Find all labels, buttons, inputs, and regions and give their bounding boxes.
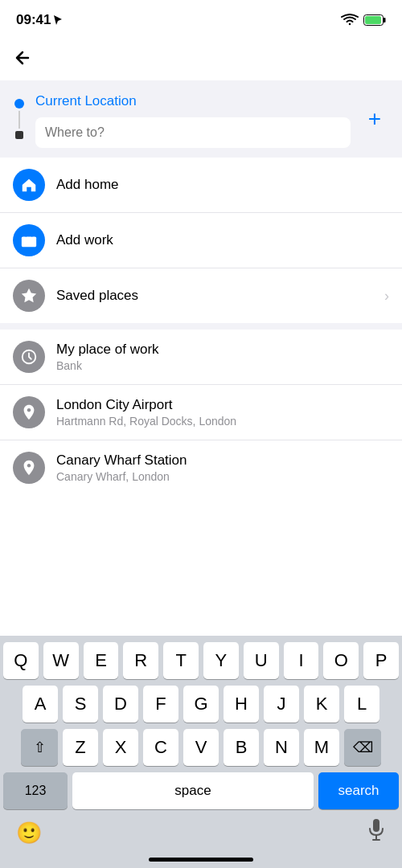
key-w[interactable]: W (43, 642, 79, 679)
nav-bar (0, 35, 402, 80)
wifi-icon (341, 14, 359, 27)
back-arrow-icon (13, 48, 32, 68)
key-q[interactable]: Q (3, 642, 39, 679)
back-button[interactable] (13, 42, 45, 74)
key-c[interactable]: C (143, 729, 178, 766)
key-v[interactable]: V (183, 729, 219, 766)
emoji-button[interactable]: 🙂 (16, 821, 42, 845)
recent-place-1-title: London City Airport (56, 397, 389, 413)
battery-icon (363, 14, 386, 26)
recent-place-2-text: Canary Wharf Station Canary Wharf, Londo… (56, 452, 389, 483)
recent-place-0-subtitle: Bank (56, 359, 389, 372)
key-h[interactable]: H (224, 686, 259, 723)
location-inputs: Current Location (35, 90, 351, 148)
key-z[interactable]: Z (63, 729, 98, 766)
keyboard-bottom-row: 123 space search (3, 772, 399, 809)
search-key[interactable]: search (318, 772, 399, 809)
key-k[interactable]: K (304, 686, 339, 723)
add-work-title: Add work (56, 232, 389, 248)
svg-rect-4 (373, 819, 379, 832)
location-input-area: Current Location + (0, 80, 402, 158)
saved-places-chevron: › (384, 288, 389, 305)
briefcase-icon (20, 231, 38, 249)
keyboard-row-2: A S D F G H J K L (3, 686, 399, 723)
status-bar: 09:41 (0, 0, 402, 35)
route-line (18, 111, 20, 129)
clock-icon (20, 348, 38, 366)
key-s[interactable]: S (63, 686, 98, 723)
svg-rect-2 (365, 16, 381, 24)
recent-place-1-text: London City Airport Hartmann Rd, Royal D… (56, 397, 389, 428)
recent-place-0-text: My place of work Bank (56, 342, 389, 372)
add-work-text: Add work (56, 232, 389, 248)
recent-place-2-subtitle: Canary Wharf, London (56, 470, 389, 483)
recent-place-2-title: Canary Wharf Station (56, 452, 389, 469)
shift-key[interactable]: ⇧ (21, 729, 58, 766)
add-stop-button[interactable]: + (360, 104, 389, 133)
saved-places-title: Saved places (56, 288, 373, 304)
recent-places-list: My place of work Bank London City Airpor… (0, 330, 402, 495)
keyboard-row-3: ⇧ Z X C V B N M ⌫ (3, 729, 399, 766)
star-icon (20, 287, 38, 305)
saved-places-item[interactable]: Saved places › (0, 268, 402, 323)
recent-place-0[interactable]: My place of work Bank (0, 330, 402, 385)
where-to-input[interactable] (35, 117, 351, 148)
keyboard-toolbar: 🙂 (3, 813, 399, 853)
key-a[interactable]: A (23, 686, 58, 723)
key-t[interactable]: T (163, 642, 199, 679)
keyboard: Q W E R T Y U I O P A S D F G H J K L ⇧ … (0, 636, 402, 868)
section-separator (0, 323, 402, 330)
add-home-text: Add home (56, 177, 389, 193)
key-d[interactable]: D (103, 686, 138, 723)
work-icon-circle (13, 224, 45, 256)
current-location-text: Current Location (35, 90, 351, 113)
home-indicator (149, 858, 253, 862)
key-i[interactable]: I (284, 642, 319, 679)
space-key[interactable]: space (72, 772, 314, 809)
key-o[interactable]: O (323, 642, 359, 679)
key-m[interactable]: M (304, 729, 339, 766)
key-r[interactable]: R (123, 642, 158, 679)
key-b[interactable]: B (224, 729, 259, 766)
keyboard-row-1: Q W E R T Y U I O P (3, 642, 399, 679)
key-n[interactable]: N (264, 729, 299, 766)
recent-place-1[interactable]: London City Airport Hartmann Rd, Royal D… (0, 385, 402, 440)
recent-place-0-title: My place of work (56, 342, 389, 358)
pin-icon-circle-2 (13, 452, 45, 484)
status-icons (341, 14, 386, 27)
delete-key[interactable]: ⌫ (344, 729, 381, 766)
microphone-button[interactable] (367, 819, 386, 846)
pin-icon-circle-1 (13, 396, 45, 428)
home-icon-circle (13, 169, 45, 201)
location-pin-icon-1 (20, 403, 38, 421)
saved-places-text: Saved places (56, 288, 373, 304)
location-dots (13, 99, 26, 139)
key-f[interactable]: F (143, 686, 178, 723)
quick-actions-list: Add home Add work Saved places › (0, 158, 402, 323)
add-home-title: Add home (56, 177, 389, 193)
clock-icon-circle (13, 341, 45, 373)
location-arrow-icon (53, 14, 63, 26)
key-e[interactable]: E (84, 642, 119, 679)
time-text: 09:41 (16, 12, 51, 28)
key-l[interactable]: L (344, 686, 379, 723)
microphone-icon (367, 819, 386, 841)
location-pin-icon-2 (20, 459, 38, 477)
numbers-key[interactable]: 123 (3, 772, 68, 809)
destination-dot (15, 131, 23, 139)
status-time: 09:41 (16, 12, 63, 28)
key-y[interactable]: Y (203, 642, 239, 679)
key-x[interactable]: X (103, 729, 138, 766)
svg-rect-1 (384, 18, 386, 23)
recent-place-2[interactable]: Canary Wharf Station Canary Wharf, Londo… (0, 440, 402, 495)
saved-places-icon-circle (13, 280, 45, 312)
recent-place-1-subtitle: Hartmann Rd, Royal Docks, London (56, 415, 389, 428)
origin-dot (14, 99, 24, 108)
key-u[interactable]: U (244, 642, 279, 679)
add-work-item[interactable]: Add work (0, 213, 402, 268)
key-g[interactable]: G (183, 686, 219, 723)
key-p[interactable]: P (363, 642, 399, 679)
add-home-item[interactable]: Add home (0, 158, 402, 213)
home-icon (20, 176, 38, 194)
key-j[interactable]: J (264, 686, 299, 723)
